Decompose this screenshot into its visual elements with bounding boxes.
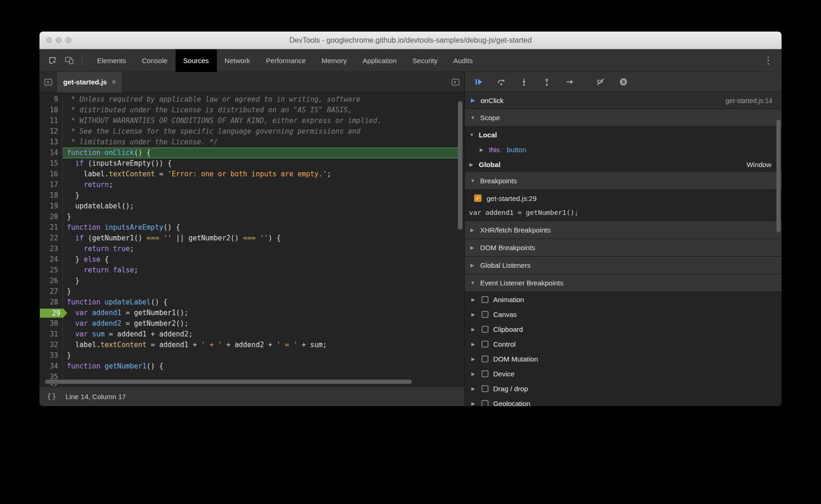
pause-on-exceptions-icon[interactable] [615,76,631,89]
close-tab-icon[interactable]: × [111,78,116,87]
tab-memory[interactable]: Memory [314,49,355,72]
tab-security[interactable]: Security [404,49,445,72]
scope-global-row[interactable]: ▶ Global Window [465,156,782,172]
chevron-down-icon[interactable]: ▼ [470,115,476,120]
step-over-icon[interactable] [493,76,509,89]
line-number-14[interactable]: 14 [39,148,63,158]
code-line-27[interactable]: 27} [39,286,464,297]
chevron-right-icon[interactable]: ▶ [471,342,477,347]
line-number-28[interactable]: 28 [39,297,63,308]
tab-network[interactable]: Network [217,49,258,72]
code-line-16[interactable]: 16 label.textContent = 'Error: one or bo… [39,169,464,180]
code-line-10[interactable]: 10 * distributed under the License is di… [39,105,464,116]
line-number-16[interactable]: 16 [39,169,63,180]
tab-console[interactable]: Console [134,49,176,72]
chevron-right-icon[interactable]: ▶ [471,327,477,332]
frame-location[interactable]: get-started.js:14 [726,97,772,104]
chevron-down-icon[interactable]: ▼ [470,178,476,183]
code-line-15[interactable]: 15 if (inputsAreEmpty()) { [39,158,464,169]
code-line-33[interactable]: 33} [39,350,464,361]
code-line-34[interactable]: 34function getNumber1() { [39,361,464,372]
zoom-window-button[interactable] [65,37,72,43]
chevron-down-icon[interactable]: ▼ [469,132,475,137]
chevron-right-icon[interactable]: ▶ [470,263,476,268]
breakpoint-code-snippet[interactable]: var addend1 = getNumber1(); [465,207,782,221]
chevron-right-icon[interactable]: ▶ [471,297,477,302]
code-editor[interactable]: 9 * Unless required by applicable law or… [39,92,464,386]
chevron-right-icon[interactable]: ▶ [471,312,477,317]
code-line-18[interactable]: 18 } [39,190,464,201]
code-line-17[interactable]: 17 return; [39,180,464,190]
line-number-20[interactable]: 20 [39,212,63,222]
code-line-12[interactable]: 12 * See the License for the specific la… [39,126,464,137]
event-category-checkbox[interactable] [482,311,489,318]
panel-toggle-icon[interactable] [447,72,464,92]
device-toolbar-icon[interactable] [61,52,78,69]
code-line-9[interactable]: 9 * Unless required by applicable law or… [39,94,464,105]
line-number-21[interactable]: 21 [39,222,63,233]
line-number-9[interactable]: 9 [39,94,63,105]
section-dom-breakpoints[interactable]: ▶DOM Breakpoints [465,239,782,257]
line-number-25[interactable]: 25 [39,265,63,276]
sidebar-scrollbar[interactable] [776,120,781,232]
event-category-checkbox[interactable] [482,370,489,377]
event-category-checkbox[interactable] [482,341,489,348]
code-line-28[interactable]: 28function updateLabel() { [39,297,464,308]
line-number-18[interactable]: 18 [39,190,63,201]
event-category-checkbox[interactable] [482,400,489,407]
event-category-checkbox[interactable] [482,385,489,392]
step-out-icon[interactable] [539,76,554,89]
line-number-31[interactable]: 31 [39,329,63,340]
step-icon[interactable] [561,76,577,89]
event-category-control[interactable]: ▶Control [465,336,782,351]
scope-this-row[interactable]: ▶ this : button [465,142,782,156]
chevron-down-icon[interactable]: ▼ [470,280,476,285]
chevron-right-icon[interactable]: ▶ [471,386,477,391]
more-options-icon[interactable]: ⋮ [755,55,782,66]
inspect-icon[interactable] [44,52,61,69]
event-category-geolocation[interactable]: ▶Geolocation [465,396,782,406]
tab-application[interactable]: Application [355,49,404,72]
section-breakpoints[interactable]: ▼ Breakpoints [465,172,782,190]
section-global-listeners[interactable]: ▶Global Listeners [465,257,782,274]
code-line-32[interactable]: 32 label.textContent = addend1 + ' + ' +… [39,340,464,350]
code-line-22[interactable]: 22 if (getNumber1() === '' || getNumber2… [39,233,464,244]
chevron-right-icon[interactable]: ▶ [471,371,477,376]
deactivate-breakpoints-icon[interactable] [593,76,608,89]
code-line-11[interactable]: 11 * WITHOUT WARRANTIES OR CONDITIONS OF… [39,116,464,126]
event-category-clipboard[interactable]: ▶Clipboard [465,322,782,336]
tab-performance[interactable]: Performance [258,49,314,72]
breakpoint-entry[interactable]: ✓ get-started.js:29 [465,190,782,207]
code-line-14[interactable]: 14function onClick() { [39,148,464,158]
code-line-19[interactable]: 19 updateLabel(); [39,201,464,212]
event-category-dom-mutation[interactable]: ▶DOM Mutation [465,351,782,366]
file-tab[interactable]: get-started.js × [57,72,123,92]
event-category-checkbox[interactable] [482,296,489,303]
line-number-23[interactable]: 23 [39,244,63,254]
section-event-listener-breakpoints[interactable]: ▼ Event Listener Breakpoints [465,274,782,292]
editor-horizontal-scrollbar[interactable] [45,380,412,384]
chevron-right-icon[interactable]: ▶ [470,227,476,233]
minimize-window-button[interactable] [56,37,62,43]
code-line-26[interactable]: 26 } [39,276,464,286]
code-line-23[interactable]: 23 return true; [39,244,464,254]
chevron-right-icon[interactable]: ▶ [471,356,477,362]
chevron-right-icon[interactable]: ▶ [471,401,477,406]
resume-icon[interactable] [470,76,486,89]
line-number-19[interactable]: 19 [39,201,63,212]
event-category-canvas[interactable]: ▶Canvas [465,307,782,322]
line-number-24[interactable]: 24 [39,254,63,265]
event-category-checkbox[interactable] [482,326,489,333]
event-category-animation[interactable]: ▶Animation [465,292,782,307]
code-line-30[interactable]: 30 var addend2 = getNumber2(); [39,318,464,329]
line-number-27[interactable]: 27 [39,286,63,297]
line-number-32[interactable]: 32 [39,340,63,350]
line-number-15[interactable]: 15 [39,158,63,169]
code-line-24[interactable]: 24 } else { [39,254,464,265]
call-stack-frame[interactable]: onClick get-started.js:14 [465,92,782,109]
event-category-device[interactable]: ▶Device [465,366,782,381]
code-line-25[interactable]: 25 return false; [39,265,464,276]
chevron-right-icon[interactable]: ▶ [469,162,475,167]
code-line-13[interactable]: 13 * limitations under the License. */ [39,137,464,148]
line-number-22[interactable]: 22 [39,233,63,244]
